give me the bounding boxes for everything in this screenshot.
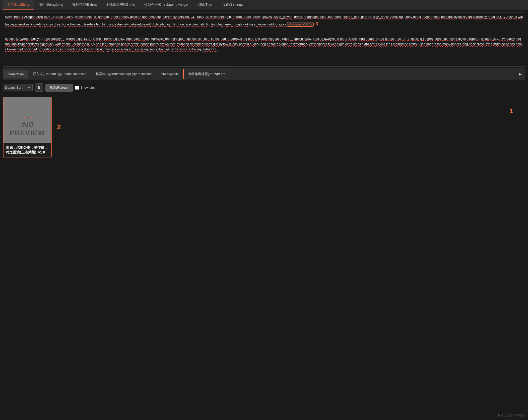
show-dirs-label[interactable]: Show dirs xyxy=(75,86,95,90)
negative-prompt-container: 214/225 sketches, (worst quality:2), (lo… xyxy=(3,34,525,67)
dot-2 xyxy=(27,117,28,118)
dot-3 xyxy=(30,117,31,118)
tab-train[interactable]: 训练/Train xyxy=(193,0,218,10)
negative-prompt-display[interactable]: sketches, (worst quality:2), (low qualit… xyxy=(3,34,525,67)
no-preview-dots xyxy=(24,117,31,118)
watermark: @稀土掘金技术社区 xyxy=(498,413,525,418)
tab-extras[interactable]: 额外功能/Extras xyxy=(68,0,102,10)
tab-img2img[interactable]: 图生图/img2img xyxy=(34,0,68,10)
show-dirs-checkbox[interactable] xyxy=(75,86,79,90)
subtab-more-button[interactable]: ▶ xyxy=(516,70,525,78)
main-content: 130/150 (raw photo:1.2),((photorealistic… xyxy=(0,10,528,160)
dot-1 xyxy=(24,117,25,118)
positive-prompt-text: (raw photo:1.2),((photorealistic:1.4))be… xyxy=(5,15,523,26)
annotation-3: 3 xyxy=(316,21,318,26)
positive-prompt-display[interactable]: (raw photo:1.2),((photorealistic:1.4))be… xyxy=(3,12,525,32)
tab-settings[interactable]: 设置/Settings xyxy=(218,0,247,10)
toolbar-row: Default Sort Name Date Created Date Modi… xyxy=(3,81,525,94)
refresh-button[interactable]: 刷新/Refresh xyxy=(45,84,73,92)
card-title-1: 瑶妹，瑶瑶公主，星传说，时之愿境(王者荣耀)_v1.0 xyxy=(3,143,51,157)
sort-direction-button[interactable]: ⇅ xyxy=(35,83,43,92)
lora-tag: <lora:yao_v1:0.6> xyxy=(287,22,314,27)
subtab-generation[interactable]: Generation xyxy=(3,70,28,78)
negative-prompt-text: sketches, (worst quality:2), (low qualit… xyxy=(5,37,522,51)
subtab-embedding[interactable]: 嵌入式(Embedding)/Textual Inversion xyxy=(28,69,91,79)
subtab-checkpoints[interactable]: Checkpoints xyxy=(156,70,184,78)
no-preview-text: :NOPREVIEW xyxy=(9,120,45,137)
tab-checkpoint-merger[interactable]: 模型合并/Checkpoint Merger xyxy=(140,0,193,10)
subtabs-container: Generation 嵌入式(Embedding)/Textual Invers… xyxy=(3,69,525,79)
tab-pnginfo[interactable]: 图像信息/PNG Info xyxy=(101,0,139,10)
cards-grid: :NOPREVIEW 瑶妹，瑶瑶公主，星传说，时之愿境(王者荣耀)_v1.0 2 xyxy=(3,96,525,158)
positive-prompt-container: 130/150 (raw photo:1.2),((photorealistic… xyxy=(3,12,525,32)
model-card-1[interactable]: :NOPREVIEW 瑶妹，瑶瑶公主，星传说，时之愿境(王者荣耀)_v1.0 xyxy=(3,97,52,157)
annotation-2-container: 2 xyxy=(55,97,61,157)
show-dirs-text: Show dirs xyxy=(80,86,95,89)
tab-txt2img[interactable]: 文生图/txt2img xyxy=(2,0,34,10)
sort-select[interactable]: Default Sort Name Date Created Date Modi… xyxy=(3,84,33,91)
annotation-2: 2 xyxy=(57,123,61,131)
subtab-lora[interactable]: 低秩微调模型(LoRA)/Lora xyxy=(183,69,230,79)
card-preview-1: :NOPREVIEW 瑶妹，瑶瑶公主，星传说，时之愿境(王者荣耀)_v1.0 xyxy=(3,97,51,157)
subtab-hypernetworks[interactable]: 超网络(Hypernetworks)/Hypernetworks xyxy=(91,69,156,79)
top-navigation: 文生图/txt2img 图生图/img2img 额外功能/Extras 图像信息… xyxy=(0,0,528,10)
